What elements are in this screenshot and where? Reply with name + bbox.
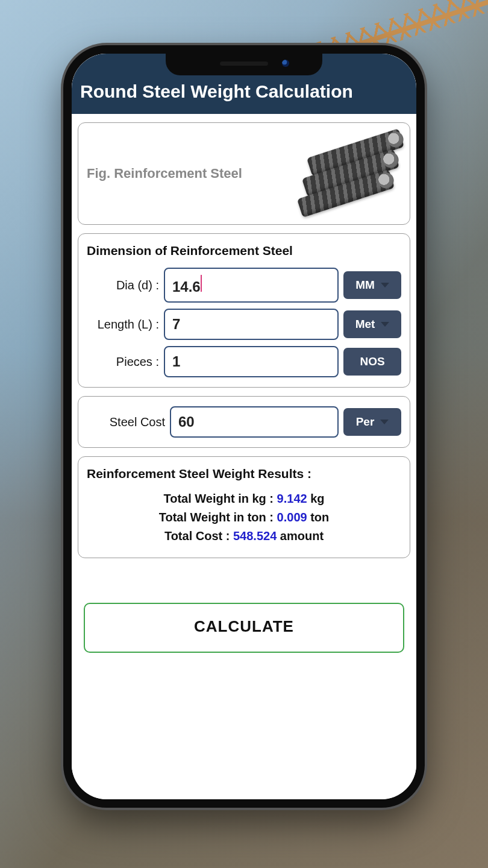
figure-caption: Fig. Reinforcement Steel xyxy=(87,166,242,181)
cost-unit-dropdown[interactable]: Per xyxy=(343,408,401,436)
dia-label: Dia (d) : xyxy=(87,278,159,292)
calculate-button[interactable]: CALCULATE xyxy=(84,603,404,653)
cost-input[interactable]: 60 xyxy=(170,406,339,438)
dia-row: Dia (d) : 14.6 MM xyxy=(87,268,401,303)
chevron-down-icon xyxy=(381,283,389,288)
dimensions-title: Dimension of Reinforcement Steel xyxy=(87,244,401,258)
text-cursor xyxy=(201,275,202,292)
length-label: Length (L) : xyxy=(87,318,159,332)
length-input[interactable]: 7 xyxy=(164,309,339,340)
weight-ton-value: 0.009 xyxy=(277,511,307,524)
page-title: Round Steel Weight Calculation xyxy=(80,81,353,101)
pieces-row: Pieces : 1 NOS xyxy=(87,346,401,377)
length-unit-label: Met xyxy=(355,318,375,331)
results-title: Reinforcement Steel Weight Results : xyxy=(87,467,401,481)
cost-card: Steel Cost 60 Per xyxy=(78,396,410,448)
pieces-unit-label: NOS xyxy=(360,355,384,368)
app-screen: Round Steel Weight Calculation Fig. Rein… xyxy=(72,54,416,799)
total-cost-value: 548.524 xyxy=(233,529,277,542)
dimensions-card: Dimension of Reinforcement Steel Dia (d)… xyxy=(78,233,410,388)
dia-input[interactable]: 14.6 xyxy=(164,268,339,303)
chevron-down-icon xyxy=(381,322,389,327)
results-card: Reinforcement Steel Weight Results : Tot… xyxy=(78,456,410,558)
phone-frame: Round Steel Weight Calculation Fig. Rein… xyxy=(63,45,425,808)
dia-unit-label: MM xyxy=(355,278,375,292)
pieces-input[interactable]: 1 xyxy=(164,346,339,377)
pieces-label: Pieces : xyxy=(87,355,159,369)
calculate-label: CALCULATE xyxy=(194,617,294,635)
phone-notch xyxy=(166,52,322,75)
result-weight-ton: Total Weight in ton : 0.009 ton xyxy=(87,511,401,524)
dia-unit-dropdown[interactable]: MM xyxy=(343,271,401,299)
cost-label: Steel Cost xyxy=(87,415,165,429)
pieces-unit-badge: NOS xyxy=(343,348,401,376)
cost-row: Steel Cost 60 Per xyxy=(87,406,401,438)
cost-unit-label: Per xyxy=(356,415,375,429)
figure-card: Fig. Reinforcement Steel xyxy=(78,122,410,225)
result-total-cost: Total Cost : 548.524 amount xyxy=(87,529,401,543)
length-unit-dropdown[interactable]: Met xyxy=(343,310,401,338)
length-row: Length (L) : 7 Met xyxy=(87,309,401,340)
result-weight-kg: Total Weight in kg : 9.142 kg xyxy=(87,492,401,506)
rebar-illustration xyxy=(311,140,401,207)
chevron-down-icon xyxy=(380,420,389,424)
weight-kg-value: 9.142 xyxy=(277,492,307,505)
content-area: Fig. Reinforcement Steel Dimension of Re… xyxy=(72,114,416,799)
